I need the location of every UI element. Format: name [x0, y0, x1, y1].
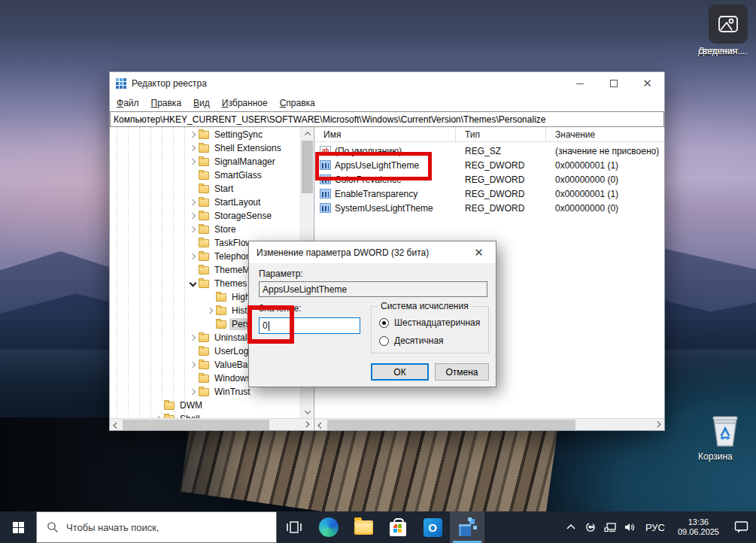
chevron-collapsed-icon[interactable]	[188, 157, 198, 167]
registry-app-icon	[116, 78, 127, 89]
menu-item-справка[interactable]: Справка	[280, 98, 315, 108]
radio-hexadecimal[interactable]: Шестнадцатеричная	[379, 317, 480, 328]
tray-network-button[interactable]	[600, 511, 620, 543]
tree-item-signalmanager[interactable]: SignalManager	[110, 155, 300, 168]
cancel-button[interactable]: Отмена	[435, 363, 489, 381]
store-button[interactable]	[381, 511, 415, 543]
scroll-up-icon[interactable]	[301, 127, 314, 140]
dialog-close-button[interactable]: ✕	[462, 241, 496, 263]
scroll-right-icon[interactable]	[301, 419, 313, 431]
scroll-left-icon[interactable]	[314, 419, 326, 431]
scrollbar-thumb[interactable]	[327, 420, 575, 430]
scroll-left-icon[interactable]	[110, 419, 122, 431]
scroll-right-icon[interactable]	[652, 419, 664, 431]
dialog-titlebar[interactable]: Изменение параметра DWORD (32 бита)	[249, 241, 496, 263]
edge-browser-button[interactable]	[311, 511, 346, 543]
tree-item-label: SignalManager	[212, 156, 278, 168]
folder-icon	[199, 334, 209, 342]
action-center-icon	[734, 520, 748, 534]
desktop-icon-recycle-bin[interactable]: Корзина	[698, 411, 752, 449]
no-chevron	[188, 265, 198, 275]
registry-editor-taskbar-button[interactable]	[450, 511, 484, 543]
search-placeholder: Чтобы начать поиск,	[66, 522, 159, 533]
tree-item-shell[interactable]: Shell	[110, 412, 300, 418]
no-chevron	[153, 401, 163, 411]
radio-selected-icon[interactable]	[379, 318, 389, 328]
folder-icon	[199, 131, 209, 139]
start-button[interactable]	[0, 511, 36, 543]
tree-item-settingsync[interactable]: SettingSync	[110, 128, 300, 141]
chevron-collapsed-icon[interactable]	[188, 333, 198, 343]
window-titlebar[interactable]: Редактор реестра ✕	[110, 72, 664, 95]
tree-item-label: Store	[212, 223, 238, 235]
column-header-значение[interactable]: Значение	[546, 127, 664, 141]
menu-bar: ФайлПравкаВидИзбранноеСправка	[110, 95, 664, 111]
chevron-expanded-icon[interactable]	[188, 279, 198, 289]
tree-item-storagesense[interactable]: StorageSense	[110, 209, 300, 223]
menu-item-файл[interactable]: Файл	[117, 98, 139, 108]
tree-item-dwm[interactable]: DWM	[110, 399, 300, 412]
chevron-up-icon	[565, 521, 577, 533]
chevron-collapsed-icon[interactable]	[188, 360, 198, 370]
chevron-collapsed-icon[interactable]	[188, 252, 198, 262]
scrollbar-thumb[interactable]	[302, 141, 313, 193]
outlook-button[interactable]: O	[415, 511, 450, 543]
close-button[interactable]: ✕	[630, 72, 664, 95]
tray-show-hidden-icons-button[interactable]	[561, 511, 581, 543]
folder-icon	[199, 253, 209, 261]
minimize-button[interactable]	[563, 72, 597, 95]
folder-icon	[199, 361, 209, 369]
value-name: SystemUsesLightTheme	[335, 203, 433, 214]
taskbar-clock[interactable]: 13:36 09.06.2025	[671, 517, 726, 537]
ok-button[interactable]: ОК	[371, 363, 429, 381]
column-header-тип[interactable]: Тип	[456, 127, 546, 141]
scrollbar-thumb[interactable]	[123, 420, 269, 430]
tray-meet-now-button[interactable]	[581, 511, 600, 543]
tray-volume-button[interactable]	[620, 511, 639, 543]
list-horizontal-scrollbar[interactable]	[314, 418, 664, 430]
tree-item-startlayout[interactable]: StartLayout	[110, 196, 300, 209]
folder-icon	[199, 280, 209, 288]
folder-icon	[199, 226, 209, 234]
chevron-collapsed-icon[interactable]	[205, 306, 215, 316]
maximize-button[interactable]	[597, 72, 630, 95]
no-chevron	[188, 374, 198, 384]
value-type: REG_DWORD	[456, 203, 546, 214]
chevron-collapsed-icon[interactable]	[188, 144, 198, 153]
action-center-button[interactable]	[726, 511, 756, 543]
tree-item-smartglass[interactable]: SmartGlass	[110, 168, 300, 182]
taskbar-search-input[interactable]: Чтобы начать поиск,	[36, 511, 277, 543]
value-row-systemuseslighttheme[interactable]: SystemUsesLightThemeREG_DWORD0x00000000 …	[314, 201, 664, 215]
taskbar: Чтобы начать поиск, O	[0, 511, 756, 543]
folder-icon	[199, 171, 209, 180]
tree-horizontal-scrollbar[interactable]	[110, 418, 313, 430]
radio-unselected-icon[interactable]	[379, 336, 389, 346]
column-header-имя[interactable]: Имя	[314, 127, 456, 141]
tree-item-store[interactable]: Store	[110, 223, 300, 236]
address-bar-input[interactable]: Компьютер\HKEY_CURRENT_USER\SOFTWARE\Mic…	[110, 111, 664, 127]
chevron-collapsed-icon[interactable]	[188, 387, 198, 397]
tree-item-start[interactable]: Start	[110, 182, 300, 196]
param-label: Параметр:	[259, 268, 303, 279]
file-explorer-button[interactable]	[346, 511, 381, 543]
chevron-collapsed-icon[interactable]	[188, 130, 198, 140]
scroll-down-icon[interactable]	[301, 405, 314, 418]
task-view-button[interactable]	[277, 511, 311, 543]
folder-icon	[216, 307, 226, 315]
chevron-collapsed-icon[interactable]	[188, 225, 198, 235]
menu-item-избранное[interactable]: Избранное	[222, 98, 268, 108]
desktop-icon-info[interactable]: Дополнит... сведения ...	[698, 5, 756, 44]
window-title: Редактор реестра	[132, 78, 207, 89]
no-chevron	[205, 320, 215, 329]
param-name-field[interactable]: AppsUseLightTheme	[259, 281, 487, 297]
task-view-icon	[287, 520, 302, 534]
chevron-collapsed-icon[interactable]	[188, 198, 198, 208]
tree-item-label: SmartGlass	[212, 169, 264, 181]
language-indicator[interactable]: РУС	[639, 522, 671, 533]
menu-item-правка[interactable]: Правка	[151, 98, 182, 108]
menu-item-вид[interactable]: Вид	[193, 98, 210, 108]
value-row-enabletransparency[interactable]: EnableTransparencyREG_DWORD0x00000001 (1…	[314, 187, 664, 201]
radio-decimal[interactable]: Десятичная	[379, 335, 444, 346]
chevron-collapsed-icon[interactable]	[188, 211, 198, 221]
tree-item-shell-extensions[interactable]: Shell Extensions	[110, 141, 300, 155]
